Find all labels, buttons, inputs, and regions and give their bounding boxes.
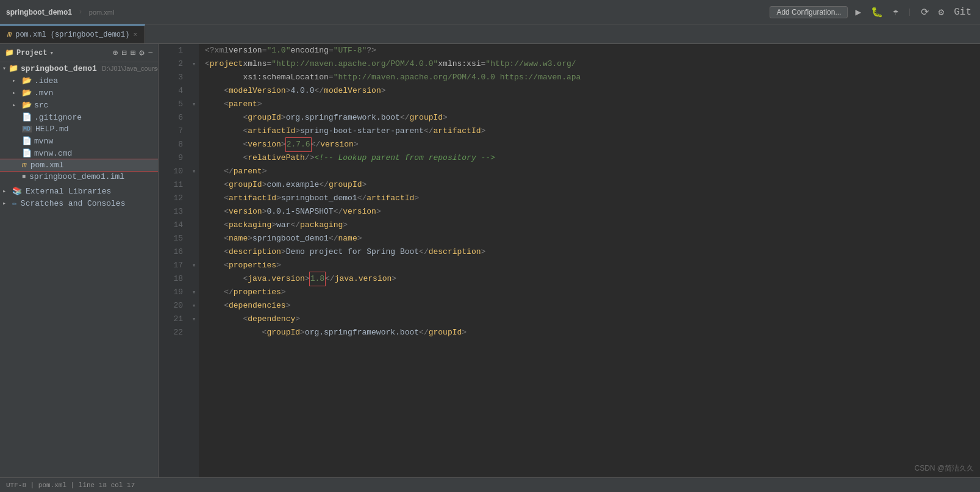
tree-item-external-libs[interactable]: 📚 External Libraries — [0, 185, 158, 197]
fold-18 — [189, 272, 199, 286]
item-label: springboot_demo1.iml — [29, 172, 124, 181]
tree-item-pomxml[interactable]: m pom.xml — [0, 159, 158, 171]
code-line-21: <dependency> — [205, 313, 980, 326]
item-label: mvnw.cmd — [34, 149, 72, 158]
code-line-14: <packaging>war</packaging> — [205, 219, 980, 232]
item-label: mvnw — [34, 137, 53, 146]
fold-7 — [189, 125, 199, 138]
external-libs-icon: 📚 — [12, 186, 22, 196]
line-numbers: 1 2 3 4 5 6 7 8 9 10 11 12 13 14 15 16 1… — [159, 44, 189, 477]
fold-22 — [189, 326, 199, 339]
code-editor[interactable]: <?xml version="1.0" encoding="UTF-8"?> <… — [199, 44, 980, 477]
code-line-16: <description>Demo project for Spring Boo… — [205, 245, 980, 259]
breadcrumb-sep: › — [78, 7, 83, 16]
update-button[interactable]: ⟳ — [918, 5, 931, 20]
code-line-5: <parent> — [205, 98, 980, 111]
arrow-icon — [2, 200, 10, 207]
item-label: HELP.md — [35, 125, 69, 134]
file-breadcrumb: pom.xml — [89, 9, 115, 16]
fold-3 — [189, 71, 199, 84]
code-line-10: </parent> — [205, 165, 980, 178]
code-line-8: <version>2.7.6</version> — [205, 138, 980, 151]
file-icon: ■ — [22, 173, 26, 180]
fold-8 — [189, 138, 199, 151]
fold-21[interactable]: ▾ — [189, 313, 199, 326]
folder-icon: 📂 — [22, 100, 32, 110]
fold-2[interactable]: ▾ — [189, 57, 199, 71]
debug-button[interactable]: 🐛 — [868, 5, 885, 20]
fold-20[interactable]: ▾ — [189, 299, 199, 313]
settings-icon[interactable]: ⚙ — [139, 48, 144, 58]
code-line-2: <project xmlns="http://maven.apache.org/… — [205, 57, 980, 71]
fold-19[interactable]: ▾ — [189, 286, 199, 299]
tree-item-idea[interactable]: 📂 .idea — [0, 74, 158, 87]
fold-15 — [189, 232, 199, 245]
scratches-icon: ✏ — [12, 198, 17, 208]
code-line-13: <version>0.0.1-SNAPSHOT</version> — [205, 205, 980, 219]
status-bar: UTF-8 | pom.xml | line 18 col 17 — [0, 477, 980, 492]
fold-11 — [189, 178, 199, 192]
tab-close-button[interactable]: × — [133, 31, 137, 38]
arrow-icon — [2, 65, 6, 72]
fold-6 — [189, 111, 199, 125]
fold-10[interactable]: ▾ — [189, 165, 199, 178]
file-icon: 📄 — [22, 112, 32, 122]
code-line-9: <relativePath/> <!-- Lookup parent from … — [205, 151, 980, 165]
code-line-19: </properties> — [205, 286, 980, 299]
tab-icon: m — [7, 31, 12, 39]
tree-item-iml[interactable]: ■ springboot_demo1.iml — [0, 171, 158, 183]
sidebar-header: 📁 Project ▾ ⊕ ⊟ ⊞ ⚙ − — [0, 44, 158, 62]
code-line-3: xsi:schemaLocation="http://maven.apache.… — [205, 71, 980, 84]
code-line-15: <name>springboot_demo1</name> — [205, 232, 980, 245]
code-line-17: <properties> — [205, 259, 980, 272]
collapse-all-icon[interactable]: ⊟ — [121, 48, 126, 58]
fold-12 — [189, 192, 199, 205]
md-badge: MD — [22, 126, 32, 132]
tab-pom-xml[interactable]: m pom.xml (springboot_demo1) × — [0, 24, 145, 43]
editor-area: 1 2 3 4 5 6 7 8 9 10 11 12 13 14 15 16 1… — [159, 44, 980, 477]
top-toolbar: springboot_demo1 › pom.xml Add Configura… — [0, 0, 980, 24]
arrow-icon — [12, 101, 20, 109]
tree-item-gitignore[interactable]: 📄 .gitignore — [0, 111, 158, 123]
tree-item-root[interactable]: 📁 springboot_demo1 D:\J01\Java_course\ws… — [0, 62, 158, 74]
git-button[interactable]: Git — [951, 5, 974, 19]
tree-item-mvnwcmd[interactable]: 📄 mvnw.cmd — [0, 147, 158, 159]
fold-1 — [189, 44, 199, 57]
code-line-4: <modelVersion>4.0.0</modelVersion> — [205, 84, 980, 98]
folder-icon: 📁 — [9, 63, 18, 73]
watermark: CSDN @简洁久久 — [914, 463, 974, 474]
add-configuration-button[interactable]: Add Configuration... — [770, 6, 848, 18]
fold-5[interactable]: ▾ — [189, 98, 199, 111]
arrow-icon — [12, 89, 20, 96]
status-text: UTF-8 | pom.xml | line 18 col 17 — [6, 482, 135, 489]
tree-item-scratches[interactable]: ✏ Scratches and Consoles — [0, 197, 158, 209]
fold-4 — [189, 84, 199, 98]
coverage-button[interactable]: ☂ — [890, 5, 901, 20]
tree-item-mvn[interactable]: 📂 .mvn — [0, 87, 158, 99]
run-button[interactable]: ▶ — [853, 5, 864, 20]
add-icon[interactable]: ⊕ — [113, 48, 118, 58]
root-label: springboot_demo1 — [21, 64, 97, 73]
code-line-6: <groupId>org.springframework.boot</group… — [205, 111, 980, 125]
expand-all-icon[interactable]: ⊞ — [131, 48, 135, 58]
tree-item-helpmd[interactable]: MD HELP.md — [0, 123, 158, 135]
project-name: springboot_demo1 — [6, 8, 72, 16]
dropdown-arrow[interactable]: ▾ — [49, 49, 54, 57]
settings-button[interactable]: ⚙ — [936, 5, 947, 20]
file-icon: 📄 — [22, 148, 32, 158]
fold-9 — [189, 151, 199, 165]
main-container: 📁 Project ▾ ⊕ ⊟ ⊞ ⚙ − 📁 springboot_demo1… — [0, 44, 980, 477]
fold-13 — [189, 205, 199, 219]
editor-content[interactable]: 1 2 3 4 5 6 7 8 9 10 11 12 13 14 15 16 1… — [159, 44, 980, 477]
fold-16 — [189, 245, 199, 259]
xml-file-icon: m — [22, 161, 27, 170]
item-label: Scratches and Consoles — [21, 199, 126, 208]
folder-icon: 📂 — [22, 88, 32, 98]
tree-item-src[interactable]: 📂 src — [0, 99, 158, 111]
tree-item-mvnw[interactable]: 📄 mvnw — [0, 135, 158, 147]
arrow-icon — [2, 187, 10, 195]
close-sidebar-icon[interactable]: − — [148, 48, 153, 58]
code-line-22: <groupId>org.springframework.boot</group… — [205, 326, 980, 339]
fold-17[interactable]: ▾ — [189, 259, 199, 272]
sidebar-title: 📁 Project ▾ — [5, 48, 54, 57]
